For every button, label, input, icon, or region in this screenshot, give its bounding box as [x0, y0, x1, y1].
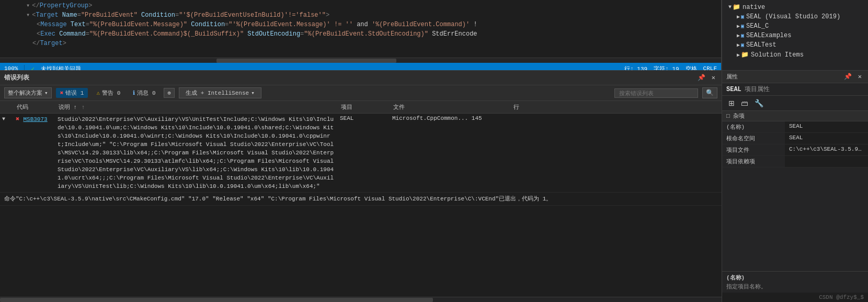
tree-item-seal-test[interactable]: ▶ ▣ SEALTest: [722, 40, 868, 50]
error-icon: ✖: [60, 90, 64, 96]
props-grid-button[interactable]: ⊞: [726, 98, 737, 108]
scope-label: 整个解决方案: [8, 89, 42, 97]
props-close-button[interactable]: ✕: [856, 73, 864, 81]
props-row-deps: 项目依赖项: [722, 156, 868, 167]
cmd-text: 命令"C:\c++\c3\SEAL-3.5.9\native\src\CMake…: [4, 196, 552, 202]
proj-icon-seal-test: ▣: [741, 42, 744, 48]
props-section-label: □ 杂项: [726, 113, 745, 119]
status-bar: 100% ✓ 未找到相关问题 行: 139 字符: 19 空格 CRLF: [0, 63, 721, 70]
row-expand-icon: ▼: [2, 116, 5, 122]
tree-item-seal-c[interactable]: ▶ ▣ SEAL_C: [722, 21, 868, 31]
info-icon: ℹ: [133, 90, 135, 96]
col-header-line[interactable]: 行: [510, 102, 542, 112]
errors-filter-button[interactable]: ✖ 错误 1: [56, 88, 88, 98]
props-key-projfile: 项目文件: [722, 144, 785, 155]
error-search-input[interactable]: [614, 88, 698, 98]
props-row-projfile: 项目文件 C:\c++\c3\SEAL-3.5.9\native\src\SEA: [722, 144, 868, 156]
col-indicator: 字符: 19: [654, 65, 679, 71]
props-key-deps: 项目依赖项: [722, 156, 785, 167]
collapse-icon[interactable]: ▾: [26, 1, 30, 10]
expand-icon-2[interactable]: ▾: [26, 10, 30, 20]
tree-arrow-solution-items: ▶: [737, 52, 740, 58]
props-key-name: (名称): [722, 121, 785, 132]
build-label: 生成 + IntelliSense: [186, 89, 249, 97]
error-file: Microsoft.CppCommon... 145: [390, 114, 510, 192]
filter-toggle-button[interactable]: ⊕: [164, 88, 175, 98]
error-row-1[interactable]: ▼ ✖ MSB3073 Studio\2022\Enterprise\VC\Au…: [0, 114, 722, 193]
tree-label-native: native: [743, 4, 765, 11]
properties-header: 属性 📌 ✕: [722, 71, 868, 83]
error-table-body: ▼ ✖ MSB3073 Studio\2022\Enterprise\VC\Au…: [0, 114, 722, 297]
error-line: [510, 114, 542, 192]
col-header-code[interactable]: 代码: [14, 102, 55, 112]
props-value-projfile: C:\c++\c3\SEAL-3.5.9\native\src\SEA: [785, 144, 868, 155]
folder-icon-native: 📁: [733, 3, 740, 11]
props-footer-key: (名称): [726, 274, 864, 282]
warnings-filter-button[interactable]: ⚠ 警告 0: [92, 88, 124, 98]
tree-item-native[interactable]: ▼ 📁 native: [722, 2, 868, 12]
watermark-bar: CSDN @dfzy$_$: [722, 293, 868, 302]
search-icon: 🔍: [706, 90, 714, 97]
build-arrow: ▾: [251, 90, 255, 96]
messages-count: 消息 0: [137, 89, 155, 97]
build-dropdown[interactable]: 生成 + IntelliSense ▾: [179, 87, 261, 98]
props-pin-button[interactable]: 📌: [842, 73, 854, 81]
code-line-3: <Message Text="%(PreBuildEvent.Message)"…: [0, 20, 721, 29]
properties-toolbar: ⊞ 🗃 🔧: [722, 96, 868, 111]
code-line-1: ▾ </PropertyGroup>: [0, 1, 721, 10]
props-footer-desc: 指定项目名称。: [726, 283, 864, 290]
editor-scrollbar-h[interactable]: [0, 58, 721, 63]
tree-arrow-seal-test: ▶: [737, 42, 740, 48]
scope-dropdown[interactable]: 整个解决方案 ▾: [4, 87, 52, 98]
line-indicator: 行: 139: [624, 65, 647, 71]
pin-button[interactable]: 📌: [695, 74, 707, 82]
tree-label-seal-c: SEAL_C: [746, 23, 769, 30]
tree-arrow-native: ▼: [728, 4, 732, 10]
filter-icon: ⊕: [167, 90, 171, 96]
warning-icon: ⚠: [96, 90, 100, 96]
solution-explorer: ▼ 📁 native ▶ ▣ SEAL (Visual Studio 2019)…: [722, 0, 868, 70]
error-row-icon: ✖ MSB3073: [14, 114, 55, 192]
proj-icon-seal-c: ▣: [741, 23, 744, 29]
properties-project-row: SEAL 项目属性: [722, 83, 868, 96]
proj-icon-seal: ▣: [741, 14, 744, 20]
solution-tree: ▼ 📁 native ▶ ▣ SEAL (Visual Studio 2019)…: [722, 0, 868, 70]
props-sort-button[interactable]: 🗃: [739, 98, 750, 108]
panel-controls: 📌 ✕: [693, 74, 717, 82]
props-section-misc: □ 杂项: [722, 111, 868, 121]
error-project: SEAL: [338, 114, 390, 192]
tree-label-seal: SEAL (Visual Studio 2019): [746, 13, 840, 20]
props-key-namespace: 根命名空间: [722, 133, 785, 144]
col-header-icon[interactable]: [0, 102, 14, 112]
error-row-expand: ▼: [0, 114, 14, 192]
folder-icon-solution-items: 📁: [741, 51, 749, 59]
col-header-file[interactable]: 文件: [390, 102, 510, 112]
tree-arrow-seal-examples: ▶: [737, 32, 740, 39]
props-footer: (名称) 指定项目名称。: [722, 271, 868, 293]
tree-item-solution-items[interactable]: ▶ 📁 Solution Items: [722, 50, 868, 60]
error-panel-title: 错误列表: [4, 73, 29, 82]
sort-arrow: ↑: [82, 104, 85, 110]
tree-arrow-seal: ▶: [737, 14, 740, 20]
close-panel-button[interactable]: ✕: [710, 74, 717, 82]
error-panel-header: 错误列表 📌 ✕: [0, 71, 722, 85]
messages-filter-button[interactable]: ℹ 消息 0: [129, 88, 159, 98]
col-header-desc[interactable]: 说明 ↑ ↑: [55, 102, 338, 112]
code-editor: ▾ </PropertyGroup> ▾ <Target Name="PreBu…: [0, 0, 722, 70]
props-value-deps: [785, 156, 868, 167]
error-list-scrollbar-h[interactable]: [0, 297, 722, 302]
tree-label-seal-examples: SEALExamples: [746, 32, 791, 39]
error-search-button[interactable]: 🔍: [702, 87, 717, 98]
props-pages-button[interactable]: 🔧: [752, 98, 766, 108]
code-line-2: ▾ <Target Name="PreBuildEvent" Condition…: [0, 10, 721, 20]
no-issues-label: 未找到相关问题: [41, 65, 81, 71]
props-value-name: SEAL: [785, 121, 868, 132]
props-row-namespace: 根命名空间 SEAL: [722, 133, 868, 144]
scope-arrow: ▾: [44, 90, 48, 96]
col-header-project[interactable]: 项目: [338, 102, 390, 112]
tree-item-seal[interactable]: ▶ ▣ SEAL (Visual Studio 2019): [722, 12, 868, 21]
tree-item-seal-examples[interactable]: ▶ ▣ SEALExamples: [722, 31, 868, 40]
error-code[interactable]: MSB3073: [23, 116, 47, 122]
error-toolbar: 整个解决方案 ▾ ✖ 错误 1 ⚠ 警告 0 ℹ 消息 0 ⊕ 生成 + Int…: [0, 85, 722, 101]
properties-panel: 属性 📌 ✕ SEAL 项目属性 ⊞ 🗃 🔧 □ 杂项 (名称) SEAL 根命…: [722, 71, 868, 302]
